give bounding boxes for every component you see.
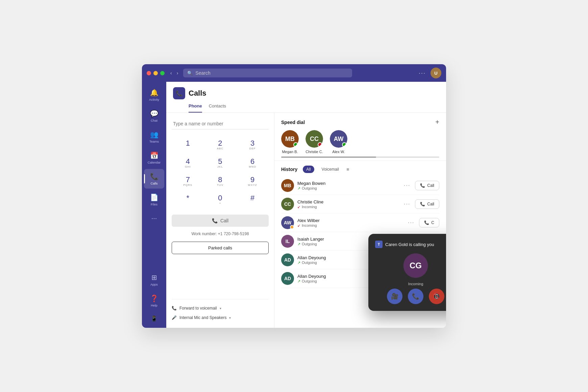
calls-icon-box: 📞 (173, 87, 185, 99)
search-bar[interactable]: 🔍 (183, 69, 352, 77)
two-col-layout: 1 2ABC 3DEF 4GHI 5JKL 6MNO 7PQRS 8TUV 9W… (166, 113, 446, 328)
filter-icon[interactable]: ≡ (346, 167, 349, 172)
forward-to-voicemail[interactable]: 📞 Forward to voicemail ▾ (172, 303, 269, 313)
christie-name: Christie C. (305, 150, 323, 154)
megan-name: Megan B. (282, 150, 298, 154)
filter-voicemail-button[interactable]: Voicemail (318, 166, 342, 173)
call-label-2: C (431, 220, 434, 225)
calls-icon: 📞 (150, 172, 158, 180)
video-icon: 🎥 (391, 293, 398, 300)
direction-2: Incoming (302, 223, 317, 227)
key-0[interactable]: 0+ (204, 191, 237, 209)
back-button[interactable]: ‹ (169, 70, 174, 76)
forward-chevron-icon: ▾ (220, 307, 221, 310)
user-avatar[interactable]: U (431, 68, 441, 78)
history-detail-0: ↗ Outgoing (297, 186, 399, 191)
key-2[interactable]: 2ABC (204, 136, 237, 154)
sidebar-item-files[interactable]: 📄 Files (144, 190, 164, 210)
sidebar-more[interactable]: ··· (144, 211, 164, 225)
key-4[interactable]: 4GHI (172, 154, 204, 173)
dial-input[interactable] (172, 118, 269, 129)
app-window: ‹ › 🔍 ··· U 🔔 Activity 💬 Chat 👥 Teams (142, 64, 446, 328)
alex-name: Alex W. (332, 150, 345, 154)
sidebar-device[interactable]: 📱 (144, 312, 164, 325)
add-speed-dial-button[interactable]: + (435, 118, 439, 126)
forward-button[interactable]: › (175, 70, 180, 76)
key-7[interactable]: 7PQRS (172, 173, 204, 191)
close-button[interactable] (147, 71, 151, 75)
files-icon: 📄 (150, 193, 158, 201)
speed-avatar-christie: CC (305, 130, 323, 148)
key-hash[interactable]: # (236, 191, 269, 209)
tab-phone[interactable]: Phone (189, 103, 202, 113)
sidebar-item-calendar[interactable]: 📅 Calendar (144, 148, 164, 168)
speed-contact-megan[interactable]: MB Megan B. (281, 130, 299, 154)
teams-logo-icon: T (375, 241, 383, 248)
main-content: 📞 Calls Phone Contacts 1 2ABC 3DEF (166, 82, 446, 328)
key-9[interactable]: 9WXYZ (236, 173, 269, 191)
sidebar-item-calls[interactable]: 📞 Calls (144, 169, 164, 189)
speed-contact-christie[interactable]: CC Christie C. (305, 130, 323, 154)
help-label: Help (151, 303, 157, 307)
speed-contact-alex[interactable]: AW Alex W. (330, 130, 347, 154)
video-call-button[interactable]: 🎥 (387, 289, 402, 304)
more-button-2[interactable]: ··· (407, 218, 416, 227)
more-options-button[interactable]: ··· (419, 70, 426, 77)
history-info-0: Megan Bowen ↗ Outgoing (297, 181, 399, 191)
speed-dial-header: Speed dial + (281, 118, 439, 126)
key-3[interactable]: 3DEF (236, 136, 269, 154)
nav-arrows: ‹ › (169, 70, 180, 76)
sidebar-item-help[interactable]: ❓ Help (144, 291, 164, 311)
key-6[interactable]: 6MNO (236, 154, 269, 173)
filter-all-button[interactable]: All (303, 166, 314, 173)
accept-call-button[interactable]: 📞 (408, 289, 423, 304)
call-history-button-2[interactable]: 📞 C (419, 218, 439, 227)
sidebar-item-chat[interactable]: 💬 Chat (144, 106, 164, 126)
sidebar-item-apps[interactable]: ⊞ Apps (144, 270, 164, 290)
calls-label: Calls (150, 181, 157, 185)
tab-contacts[interactable]: Contacts (209, 103, 226, 113)
history-avatar-3: IL (281, 235, 294, 248)
outgoing-icon-5: ↗ (297, 279, 300, 284)
avatar-img-3: IL (281, 235, 294, 248)
alex-status-dot (342, 142, 347, 147)
calls-title-row: 📞 Calls (173, 87, 439, 99)
direction-1: Incoming (302, 205, 317, 209)
incoming-icon-1: ↙ (297, 205, 300, 209)
call-history-button-0[interactable]: 📞 Call (415, 181, 439, 190)
decline-call-button[interactable]: 📵 (429, 289, 444, 304)
key-1[interactable]: 1 (172, 136, 204, 154)
calendar-icon: 📅 (150, 151, 158, 160)
call-history-button-1[interactable]: 📞 Call (415, 199, 439, 209)
avatar-img-0: MB (281, 179, 294, 192)
call-button[interactable]: 📞 Call (172, 215, 269, 227)
more-button-1[interactable]: ··· (402, 200, 412, 209)
history-name-2: Alex Wilber (297, 218, 403, 223)
key-8[interactable]: 8TUV (204, 173, 237, 191)
title-right: ··· U (419, 68, 441, 78)
minimize-button[interactable] (153, 71, 158, 75)
accept-icon: 📞 (412, 293, 419, 300)
history-name-1: Christie Cline (297, 199, 399, 204)
key-star[interactable]: * (172, 191, 204, 209)
search-input[interactable] (195, 70, 348, 76)
more-button-0[interactable]: ··· (402, 181, 412, 190)
megan-status-dot (293, 142, 298, 147)
sidebar-item-teams[interactable]: 👥 Teams (144, 127, 164, 147)
dialpad: 1 2ABC 3DEF 4GHI 5JKL 6MNO 7PQRS 8TUV 9W… (172, 136, 269, 209)
parked-calls-button[interactable]: Parked calls (172, 242, 269, 254)
audio-device[interactable]: 🎤 Internal Mic and Speakers ▾ (172, 313, 269, 322)
history-avatar-1: CC (281, 198, 294, 211)
history-name-0: Megan Bowen (297, 181, 399, 186)
sidebar-item-activity[interactable]: 🔔 Activity (144, 85, 164, 105)
history-avatar-2: AW (281, 216, 294, 229)
maximize-button[interactable] (160, 71, 165, 75)
speed-dial-title: Speed dial (281, 120, 305, 125)
apps-icon: ⊞ (151, 273, 157, 281)
calendar-label: Calendar (148, 161, 161, 164)
incoming-call-card: T Caren Gold is calling you CG Incoming … (368, 234, 446, 311)
history-info-2: Alex Wilber ↙ Incoming (297, 218, 403, 228)
activity-icon: 🔔 (150, 89, 158, 97)
call-label-1: Call (427, 202, 434, 206)
key-5[interactable]: 5JKL (204, 154, 237, 173)
